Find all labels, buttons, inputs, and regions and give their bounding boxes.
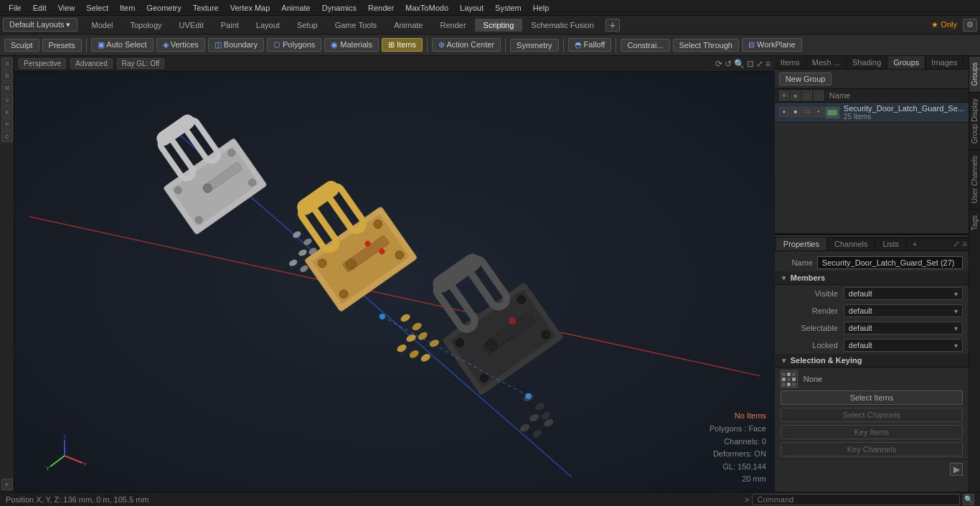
right-tab-groups[interactable]: Groups	[887, 56, 925, 69]
viewport-zoom-icon[interactable]: 🔍	[734, 59, 745, 69]
key-channels-button[interactable]: Key Channels	[781, 442, 963, 456]
key-items-button[interactable]: Key Items	[781, 425, 963, 439]
layout-tab-model[interactable]: Model	[83, 19, 122, 32]
workplane-button[interactable]: ⊟ WorkPlane	[742, 38, 802, 52]
layout-tab-render[interactable]: Render	[431, 19, 474, 32]
right-tab-shading[interactable]: Shading	[847, 56, 887, 69]
group-select-icon[interactable]: +	[814, 107, 824, 117]
props-tab-lists[interactable]: Lists	[875, 238, 907, 250]
members-section[interactable]: ▼ Members	[775, 271, 969, 285]
vertices-button[interactable]: ◈ Vertices	[156, 38, 205, 52]
viewport-menu-icon[interactable]: ≡	[765, 59, 771, 69]
settings-button[interactable]: ⚙	[963, 19, 977, 32]
viewport-advanced-btn[interactable]: Advanced	[70, 58, 112, 69]
menu-help[interactable]: Help	[527, 2, 555, 14]
menu-file[interactable]: File	[3, 2, 27, 14]
viewport-fit-icon[interactable]: ⊡	[747, 59, 754, 69]
command-search-button[interactable]: 🔍	[963, 494, 974, 505]
select-channels-button[interactable]: Select Channels	[781, 408, 963, 422]
vtab-user-channels[interactable]: User Channels	[969, 149, 980, 209]
menu-layout[interactable]: Layout	[454, 2, 489, 14]
symmetry-button[interactable]: Symmetry	[510, 39, 559, 52]
menu-dynamics[interactable]: Dynamics	[316, 2, 362, 14]
left-tool-3[interactable]: M	[1, 82, 13, 93]
layout-tab-uvedit[interactable]: UVEdit	[171, 19, 212, 32]
materials-button[interactable]: ◉ Materials	[324, 38, 379, 52]
menu-select[interactable]: Select	[80, 2, 114, 14]
menu-animate[interactable]: Animate	[275, 2, 316, 14]
toolbar-separator-5	[616, 38, 616, 52]
menu-geometry[interactable]: Geometry	[141, 2, 187, 14]
presets-button[interactable]: Presets	[42, 39, 82, 52]
layout-add-button[interactable]: +	[606, 19, 620, 32]
vtab-groups[interactable]: Groups	[969, 56, 980, 92]
action-center-button[interactable]: ⊕ Action Center	[432, 38, 501, 52]
new-group-button[interactable]: New Group	[779, 72, 832, 85]
left-tool-4[interactable]: V	[1, 94, 13, 106]
layout-tab-gametools[interactable]: Game Tools	[326, 19, 386, 32]
left-tool-2[interactable]: D	[1, 70, 13, 81]
selectable-dropdown[interactable]: default ▾	[844, 322, 963, 334]
boundary-button[interactable]: ◫ Boundary	[208, 38, 264, 52]
menu-edit[interactable]: Edit	[27, 2, 52, 14]
command-input[interactable]	[752, 494, 960, 505]
viewport[interactable]: X Y Z No Items Polygons : Face Channels:…	[14, 72, 775, 492]
viewport-rotate-icon[interactable]: ⟳	[715, 59, 722, 69]
props-expand-icon[interactable]: ⤢	[953, 239, 960, 249]
items-button[interactable]: ⊞ Items	[382, 38, 423, 52]
vtab-tags[interactable]: Tags	[969, 209, 980, 236]
layout-tab-setup[interactable]: Setup	[288, 19, 326, 32]
layout-tab-paint[interactable]: Paint	[212, 19, 248, 32]
layout-tab-scripting[interactable]: Scripting	[475, 19, 523, 32]
left-tool-5[interactable]: E	[1, 106, 13, 118]
layout-tab-schematic[interactable]: Schematic Fusion	[522, 19, 602, 32]
menu-view[interactable]: View	[52, 2, 81, 14]
selection-keying-section[interactable]: ▼ Selection & Keying	[775, 354, 969, 367]
menu-maxtomodo[interactable]: MaxToModo	[400, 2, 454, 14]
constraints-button[interactable]: Constrai...	[621, 39, 669, 52]
props-tab-add[interactable]: +	[907, 238, 923, 250]
groups-eye-icon[interactable]: 👁	[779, 90, 789, 100]
falloff-button[interactable]: ◓ Falloff	[568, 38, 612, 52]
left-tool-6[interactable]: P	[1, 118, 13, 130]
layout-tab-layout[interactable]: Layout	[248, 19, 288, 32]
menu-item[interactable]: Item	[114, 2, 141, 14]
menu-vertexmap[interactable]: Vertex Map	[225, 2, 276, 14]
visible-dropdown[interactable]: default ▾	[844, 287, 963, 300]
props-tab-channels[interactable]: Channels	[827, 238, 875, 250]
default-layouts-selector[interactable]: Default Layouts ▾	[3, 18, 77, 32]
left-tool-7[interactable]: C	[1, 131, 13, 142]
panel-expand-button[interactable]: ▶	[950, 463, 963, 476]
menu-render[interactable]: Render	[362, 2, 400, 14]
menu-texture[interactable]: Texture	[187, 2, 225, 14]
menu-system[interactable]: System	[489, 2, 527, 14]
locked-dropdown[interactable]: default ▾	[844, 339, 963, 352]
right-tab-items[interactable]: Items	[775, 56, 806, 69]
auto-select-button[interactable]: ▣ Auto Select	[91, 38, 154, 52]
group-item-1[interactable]: ● ■ □ + Security_Door_Latch_Guard_Se... …	[775, 103, 969, 123]
layout-tab-topology[interactable]: Topology	[121, 19, 170, 32]
locked-dropdown-arrow-icon: ▾	[954, 342, 958, 350]
viewport-expand-icon[interactable]: ⤢	[756, 59, 763, 69]
viewport-raygl-btn[interactable]: Ray GL: Off	[117, 58, 165, 69]
name-field[interactable]: Security_Door_Latch_Guard_Set (27)	[817, 256, 963, 269]
polygons-button[interactable]: ⬡ Polygons	[267, 38, 321, 52]
axes-indicator: X Y Z	[43, 434, 86, 477]
left-tool-1[interactable]: S	[1, 57, 13, 69]
props-menu-icon[interactable]: ≡	[962, 239, 967, 249]
select-items-button[interactable]: Select Items	[781, 390, 963, 405]
right-tab-images[interactable]: Images	[925, 56, 963, 69]
viewport-undo-icon[interactable]: ↺	[725, 59, 732, 69]
sculpt-button[interactable]: Sculpt	[4, 39, 39, 52]
layout-tab-animate[interactable]: Animate	[385, 19, 431, 32]
props-tab-properties[interactable]: Properties	[776, 238, 827, 250]
right-tab-mesh[interactable]: Mesh ...	[806, 56, 847, 69]
viewport-perspective-btn[interactable]: Perspective	[19, 58, 66, 69]
group-eye-icon[interactable]: ●	[779, 107, 789, 117]
left-tool-bottom[interactable]: F	[1, 479, 13, 490]
group-render-icon[interactable]: ■	[791, 107, 801, 117]
vtab-group-display[interactable]: Group Display	[969, 92, 980, 149]
render-dropdown[interactable]: default ▾	[844, 304, 963, 317]
group-lock-icon[interactable]: □	[802, 107, 812, 117]
select-through-button[interactable]: Select Through	[673, 39, 739, 52]
